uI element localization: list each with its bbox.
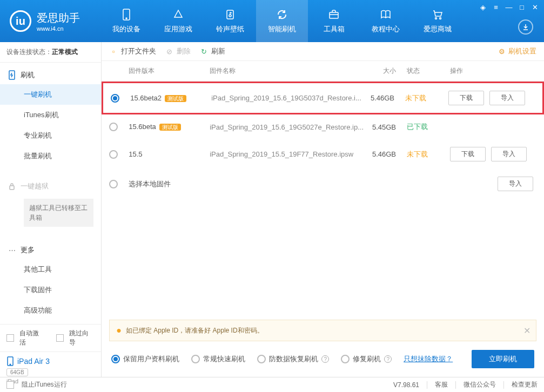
more-icon: ⋯ [8, 246, 16, 254]
import-button[interactable]: 导入 [491, 147, 527, 161]
firmware-radio[interactable] [111, 94, 119, 103]
nav-store[interactable]: 爱思商城 [412, 0, 464, 42]
beta-badge: 测试版 [165, 95, 186, 102]
radio-repair[interactable] [341, 355, 350, 363]
sidebar-item-batch[interactable]: 批量刷机 [0, 146, 101, 166]
sidebar-flash-header[interactable]: 刷机 [0, 66, 101, 84]
th-name: 固件名称 [210, 66, 364, 76]
firmware-row: 15.6beta测试版 iPad_Spring_2019_15.6_19G502… [102, 114, 544, 139]
th-size: 大小 [364, 66, 407, 76]
firmware-status: 未下载 [407, 150, 450, 159]
radio-keep[interactable] [111, 355, 120, 363]
nav-flash[interactable]: 智能刷机 [256, 0, 308, 42]
beta-badge: 测试版 [159, 124, 181, 131]
minimize-icon[interactable]: — [503, 2, 515, 12]
gear-icon: ⚙ [499, 48, 505, 56]
nav-ringtones[interactable]: 铃声壁纸 [204, 0, 256, 42]
firmware-row: 15.5 iPad_Spring_2019_15.5_19F77_Restore… [102, 139, 544, 169]
radio-fast[interactable] [191, 355, 200, 363]
info-icon[interactable]: ? [321, 355, 329, 363]
cart-icon [431, 8, 444, 21]
firmware-radio[interactable] [109, 150, 118, 159]
nav-tutorials[interactable]: 教程中心 [360, 0, 412, 42]
footer-update[interactable]: 检查更新 [512, 380, 538, 389]
firmware-name: iPad_Spring_2019_15.5_19F77_Restore.ipsw [210, 150, 364, 158]
device-storage: 64GB [6, 368, 28, 376]
local-firmware-label: 选择本地固件 [129, 179, 450, 189]
skin-icon[interactable]: ◈ [477, 2, 489, 12]
lock-icon [8, 182, 16, 191]
firmware-version: 15.5 [129, 150, 210, 158]
radio-recovery[interactable] [257, 355, 266, 363]
nav-toolbox[interactable]: 工具箱 [308, 0, 360, 42]
info-icon[interactable]: ? [384, 355, 392, 363]
firmware-size: 5.46GB [364, 150, 407, 158]
opt-fast[interactable]: 常规快速刷机 [191, 354, 245, 364]
footer-wechat[interactable]: 微信公众号 [464, 380, 496, 389]
sidebar-item-pro[interactable]: 专业刷机 [0, 125, 101, 146]
firmware-version: 15.6beta测试版 [129, 123, 210, 131]
device-name: iPad Air 3 [6, 356, 95, 366]
notice-bar: ● 如已绑定 Apple ID，请准备好 Apple ID和密码。 ✕ [109, 320, 536, 341]
download-button[interactable] [518, 19, 533, 35]
opt-recovery[interactable]: 防数据恢复刷机? [257, 354, 329, 364]
block-itunes-checkbox[interactable] [6, 381, 14, 389]
apps-icon [172, 8, 185, 21]
svg-point-10 [10, 364, 11, 365]
svg-rect-4 [330, 12, 338, 18]
close-icon[interactable]: ✕ [529, 2, 541, 12]
flash-settings-button[interactable]: ⚙刷机设置 [499, 46, 536, 56]
auto-activate-checkbox[interactable] [6, 334, 14, 342]
sidebar: 设备连接状态：正常模式 刷机 一键刷机 iTunes刷机 专业刷机 批量刷机 一… [0, 42, 102, 377]
svg-rect-8 [10, 186, 14, 190]
phone-icon [120, 8, 133, 21]
footer-service[interactable]: 客服 [435, 380, 448, 389]
th-action: 操作 [450, 66, 536, 76]
delete-button[interactable]: ⊘删除 [165, 46, 191, 56]
import-local-button[interactable]: 导入 [498, 177, 533, 191]
download-button[interactable]: 下载 [448, 91, 484, 105]
firmware-version: 15.6beta2测试版 [130, 94, 211, 103]
svg-point-1 [126, 18, 127, 19]
skip-guide-checkbox[interactable] [56, 334, 64, 342]
svg-point-3 [229, 15, 231, 17]
folder-icon: ▫ [109, 47, 118, 56]
firmware-row: 15.6beta2测试版 iPad_Spring_2019_15.6_19G50… [102, 82, 544, 114]
logo-icon: iu [10, 10, 31, 32]
auto-activate-row: 自动激活 跳过向导 [0, 325, 101, 352]
sidebar-more-header[interactable]: ⋯ 更多 [0, 241, 101, 259]
erase-link[interactable]: 只想抹除数据？ [404, 354, 453, 364]
sidebar-item-download[interactable]: 下载固件 [0, 280, 101, 300]
connection-status: 设备连接状态：正常模式 [0, 42, 101, 63]
tablet-icon [6, 356, 14, 366]
menu-icon[interactable]: ≡ [490, 2, 502, 12]
open-folder-button[interactable]: ▫打开文件夹 [109, 46, 156, 56]
radio-local[interactable] [109, 180, 118, 188]
refresh-button[interactable]: ↻刷新 [199, 46, 225, 56]
notice-close-icon[interactable]: ✕ [523, 326, 530, 336]
sidebar-item-itunes[interactable]: iTunes刷机 [0, 105, 101, 125]
import-button[interactable]: 导入 [489, 91, 525, 105]
sidebar-item-advanced[interactable]: 高级功能 [0, 300, 101, 321]
window-controls: ◈ ≡ — □ ✕ [477, 2, 541, 12]
firmware-radio[interactable] [109, 123, 118, 131]
firmware-size: 5.45GB [364, 123, 407, 131]
download-button[interactable]: 下载 [450, 147, 486, 161]
firmware-name: iPad_Spring_2019_15.6_19G5037d_Restore.i… [211, 94, 362, 102]
firmware-size: 5.46GB [362, 94, 405, 102]
sidebar-item-oneclick[interactable]: 一键刷机 [0, 84, 101, 105]
flash-now-button[interactable]: 立即刷机 [472, 350, 534, 368]
sidebar-item-other[interactable]: 其他工具 [0, 259, 101, 280]
maximize-icon[interactable]: □ [516, 2, 528, 12]
sidebar-jailbreak-header: 一键越狱 [0, 177, 101, 195]
opt-repair[interactable]: 修复刷机? [341, 354, 392, 364]
nav-apps[interactable]: 应用游戏 [152, 0, 204, 42]
delete-icon: ⊘ [165, 47, 173, 56]
svg-point-5 [435, 18, 437, 19]
sidebar-jailbreak-note: 越狱工具已转移至工具箱 [24, 199, 93, 227]
nav-my-device[interactable]: 我的设备 [100, 0, 152, 42]
opt-keep-data[interactable]: 保留用户资料刷机 [111, 354, 179, 364]
local-firmware-row: 选择本地固件 导入 [102, 169, 544, 199]
nav-tabs: 我的设备 应用游戏 铃声壁纸 智能刷机 工具箱 教程中心 爱思商城 [100, 0, 464, 42]
flash-options: 保留用户资料刷机 常规快速刷机 防数据恢复刷机? 修复刷机? 只想抹除数据？ 立… [102, 341, 544, 377]
